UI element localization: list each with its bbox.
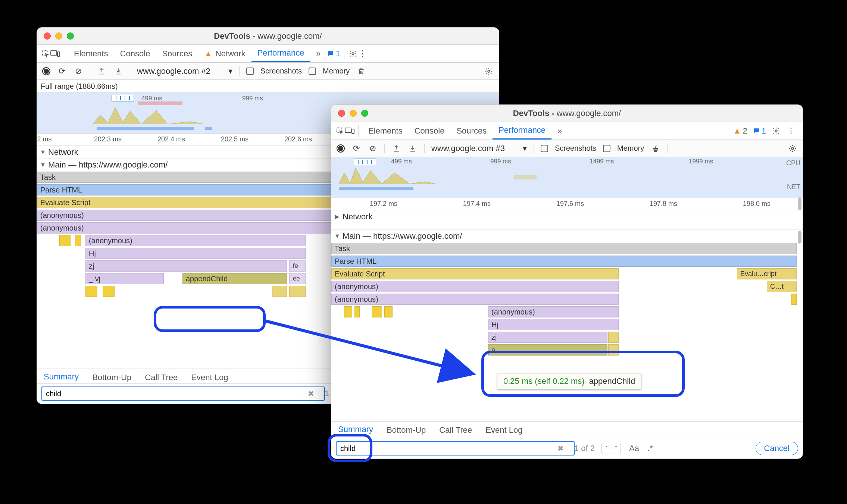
flame-bar-hj[interactable]: Hj (488, 319, 619, 330)
issues-badge[interactable]: 1 (753, 126, 766, 136)
tabs-overflow[interactable]: » (551, 122, 568, 140)
flame-bar-anonymous[interactable]: (anonymous) (331, 281, 619, 292)
flame-bar-small[interactable] (75, 235, 81, 246)
screenshots-checkbox[interactable] (541, 145, 548, 152)
search-input[interactable] (41, 386, 325, 401)
close-icon[interactable] (44, 32, 51, 40)
flame-bar-anonymous[interactable]: (anonymous) (331, 294, 619, 305)
tab-sources[interactable]: Sources (450, 122, 493, 140)
tab-network[interactable]: ▲Network (198, 45, 251, 62)
settings-gear-icon[interactable] (484, 66, 494, 76)
minimize-icon[interactable] (55, 32, 62, 40)
regex-toggle[interactable]: .* (647, 444, 653, 453)
close-icon[interactable] (338, 110, 345, 117)
clear-search-icon[interactable]: ✖ (308, 389, 314, 398)
flame-bar-small[interactable] (344, 306, 352, 317)
flame-bar-small[interactable] (608, 332, 619, 343)
inspect-icon[interactable] (335, 126, 345, 136)
flame-bar-eval-script[interactable]: Evaluate Script (331, 268, 619, 279)
flame-bar-appendchild[interactable]: a (488, 344, 607, 356)
scrollbar-thumb[interactable] (798, 197, 801, 210)
flame-bar-small[interactable] (384, 306, 393, 317)
memory-checkbox[interactable] (603, 145, 610, 152)
search-input[interactable] (336, 441, 575, 456)
titlebar[interactable]: DevTools - www.google.com/ (37, 28, 499, 45)
timeline-overview[interactable]: CPU NET 499 ms 999 ms 1499 ms 1999 ms (331, 157, 803, 198)
issues-badge[interactable]: 1 (327, 49, 340, 59)
minimize-icon[interactable] (350, 110, 357, 117)
titlebar[interactable]: DevTools - www.google.com/ (331, 105, 803, 122)
warnings-badge[interactable]: ▲2 (733, 126, 747, 136)
inspect-icon[interactable] (41, 49, 50, 59)
reload-icon[interactable]: ⟳ (57, 66, 67, 76)
flame-bar-small[interactable] (791, 294, 797, 305)
device-toggle-icon[interactable] (345, 126, 354, 136)
flame-bar-appendchild[interactable]: appendChild (182, 273, 287, 284)
detail-tab-bottom-up[interactable]: Bottom-Up (380, 425, 432, 439)
cancel-button[interactable]: Cancel (756, 442, 798, 455)
gear-icon[interactable] (771, 126, 781, 136)
time-ruler[interactable]: 197.2 ms 197.4 ms 197.6 ms 197.8 ms 198.… (331, 198, 803, 210)
reload-icon[interactable]: ⟳ (351, 144, 361, 153)
tab-performance[interactable]: Performance (493, 122, 551, 140)
flame-bar-vj[interactable]: _.vj (85, 273, 164, 284)
flame-bar-small[interactable] (372, 306, 382, 317)
tab-elements[interactable]: Elements (68, 45, 114, 62)
flame-chart[interactable]: ▶Network ▼Main — https://www.google.com/… (331, 210, 803, 356)
clear-icon[interactable]: ⊘ (368, 144, 378, 153)
flame-bar-small[interactable] (85, 286, 97, 297)
flame-bar-zj[interactable]: zj (85, 260, 287, 272)
flame-bar-small[interactable] (59, 235, 71, 246)
broom-icon[interactable] (651, 144, 660, 153)
flame-bar-anonymous[interactable]: (anonymous) (488, 306, 619, 317)
gear-icon[interactable] (348, 49, 358, 59)
flame-bar-ee[interactable]: .ee (289, 273, 306, 284)
device-toggle-icon[interactable] (50, 49, 60, 59)
tab-console[interactable]: Console (409, 122, 451, 140)
main-section-header[interactable]: ▼Main — https://www.google.com/ (331, 229, 803, 242)
flame-bar-small[interactable] (354, 306, 360, 317)
network-section-header[interactable]: ▶Network (331, 210, 803, 223)
clear-icon[interactable]: ⊘ (74, 66, 83, 76)
match-case-toggle[interactable]: Aa (629, 444, 639, 453)
flame-bar-small[interactable] (272, 286, 287, 297)
tab-elements[interactable]: Elements (362, 122, 409, 140)
flame-bar-task[interactable]: Task (331, 243, 797, 254)
flame-bar-hj[interactable]: Hj (85, 248, 306, 259)
recording-selector[interactable]: www.google.com #3 ▾ (431, 144, 527, 153)
scrollbar-thumb[interactable] (798, 231, 801, 244)
flame-bar-fe[interactable]: .fe (289, 260, 306, 272)
screenshots-checkbox[interactable] (246, 68, 254, 75)
flame-bar-ct[interactable]: C…t (767, 281, 797, 292)
zoom-icon[interactable] (361, 110, 368, 117)
detail-tab-event-log[interactable]: Event Log (479, 425, 529, 439)
tabs-overflow[interactable]: » (310, 45, 327, 62)
flame-bar-small[interactable] (608, 344, 619, 356)
detail-tab-summary[interactable]: Summary (331, 425, 380, 439)
settings-gear-icon[interactable] (788, 144, 797, 153)
upload-icon[interactable] (391, 144, 401, 153)
search-prev-button[interactable]: ˄ (601, 443, 611, 454)
trash-icon[interactable] (356, 66, 366, 76)
tab-console[interactable]: Console (114, 45, 156, 62)
flame-bar-parse-html[interactable]: Parse HTML (331, 256, 797, 267)
search-next-button[interactable]: ˅ (611, 443, 621, 454)
flame-bar-small[interactable] (289, 286, 306, 297)
clear-search-icon[interactable]: ✖ (557, 444, 564, 453)
download-icon[interactable] (113, 66, 123, 76)
flame-bar-eval-script-2[interactable]: Evalu…cript (737, 268, 797, 279)
upload-icon[interactable] (97, 66, 107, 76)
flame-bar-small[interactable] (103, 286, 115, 297)
record-button[interactable] (337, 144, 345, 153)
kebab-icon[interactable]: ⋮ (358, 49, 368, 59)
detail-tab-call-tree[interactable]: Call Tree (432, 425, 479, 439)
flame-bar-zj[interactable]: zj (488, 332, 607, 343)
kebab-icon[interactable]: ⋮ (786, 126, 796, 136)
tab-sources[interactable]: Sources (156, 45, 198, 62)
memory-checkbox[interactable] (309, 68, 316, 75)
zoom-icon[interactable] (67, 32, 74, 40)
tab-performance[interactable]: Performance (251, 45, 310, 62)
download-icon[interactable] (408, 144, 418, 153)
recording-selector[interactable]: www.google.com #2 ▾ (137, 66, 232, 76)
record-button[interactable] (42, 67, 50, 75)
